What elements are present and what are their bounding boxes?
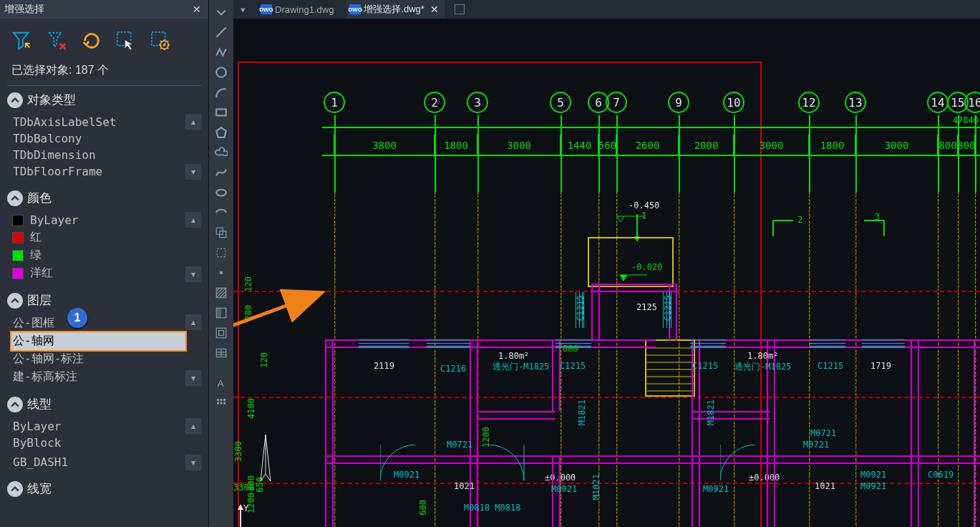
- cloud-icon[interactable]: [213, 145, 229, 160]
- list-item[interactable]: TDbAxisLabelSet: [11, 114, 185, 130]
- chevron-up-icon: [7, 481, 23, 497]
- region-icon[interactable]: [213, 325, 229, 341]
- svg-rect-15: [219, 331, 224, 336]
- svg-rect-9: [217, 248, 225, 256]
- svg-point-6: [216, 190, 226, 196]
- svg-rect-14: [216, 328, 226, 338]
- text-icon[interactable]: A: [213, 375, 229, 391]
- color-list[interactable]: ByLayer 红 绿 洋红: [11, 212, 185, 282]
- object-type-list[interactable]: TDbAxisLabelSet TDbBalcony TDbDimension …: [11, 114, 185, 180]
- list-item[interactable]: ByLayer: [11, 418, 185, 435]
- list-item[interactable]: 红: [11, 228, 185, 246]
- svg-text:Y: Y: [243, 503, 249, 513]
- list-item[interactable]: ByBlock: [11, 435, 185, 451]
- section-linetype-header[interactable]: 线型: [0, 390, 208, 418]
- dimension-label: 800: [938, 140, 956, 151]
- drawing-canvas[interactable]: 1238003180053000614407560926001020001230…: [233, 19, 980, 527]
- scroll-down-button[interactable]: ▾: [185, 164, 201, 180]
- line-icon[interactable]: [213, 24, 229, 40]
- list-item[interactable]: TDbDimension: [11, 147, 185, 163]
- gradient-icon[interactable]: [213, 305, 229, 321]
- section-layer-header[interactable]: 图层: [0, 286, 208, 314]
- color-swatch: [13, 269, 23, 279]
- layer-list[interactable]: 公-图框 公-轴网 公-轴网-标注 建-标高标注: [11, 314, 185, 386]
- list-item[interactable]: 洋红: [11, 264, 185, 282]
- linetype-list[interactable]: ByLayer ByBlock GB_DASH1: [11, 418, 185, 470]
- svg-point-18: [217, 399, 219, 401]
- axis-bubble: 9: [668, 92, 689, 113]
- ucs-icon: X Y: [233, 503, 283, 527]
- svg-point-4: [216, 67, 226, 77]
- scroll-down-button[interactable]: ▾: [185, 370, 201, 386]
- svg-point-20: [223, 399, 225, 401]
- insert-block-icon[interactable]: [213, 225, 229, 241]
- hatch-icon[interactable]: [213, 285, 229, 301]
- axis-line: [958, 115, 959, 194]
- make-block-icon[interactable]: [213, 245, 229, 261]
- refresh-button[interactable]: [79, 29, 105, 53]
- layer-item-selected[interactable]: 公-轴网: [11, 332, 185, 350]
- axis-line: [435, 115, 436, 194]
- scroll-up-button[interactable]: ▴: [185, 418, 201, 434]
- list-item[interactable]: TDbBalcony: [11, 130, 185, 147]
- tab-enhanced-select[interactable]: DWG 增强选择.dwg* ✕: [346, 0, 445, 19]
- scroll-up-button[interactable]: ▴: [185, 114, 201, 130]
- axis-bubble: 16: [964, 92, 980, 113]
- new-tab-button[interactable]: [455, 4, 465, 14]
- spline-icon[interactable]: [213, 165, 229, 180]
- rectangle-icon[interactable]: [213, 105, 229, 120]
- section-object-type-header[interactable]: 对象类型: [0, 86, 208, 114]
- color-swatch: [13, 233, 23, 243]
- scroll-down-button[interactable]: ▾: [185, 455, 201, 470]
- select-settings-button[interactable]: [147, 29, 173, 53]
- svg-point-21: [217, 402, 219, 404]
- selection-status: 已选择对象: 187 个: [0, 60, 208, 85]
- table-icon[interactable]: [213, 345, 229, 361]
- axis-line: [938, 115, 939, 194]
- select-cursor-button[interactable]: [113, 29, 139, 53]
- section-color-header[interactable]: 颜色: [0, 184, 208, 212]
- filter-cancel-button[interactable]: [44, 29, 70, 53]
- svg-rect-13: [216, 308, 221, 318]
- tab-drawing1[interactable]: DWG Drawing1.dwg: [258, 0, 336, 19]
- tab-menu-icon[interactable]: ▾: [238, 4, 248, 14]
- scroll-up-button[interactable]: ▴: [185, 212, 201, 228]
- color-swatch: [13, 216, 23, 226]
- panel-title: 增强选择: [4, 3, 44, 16]
- ellipse-arc-icon[interactable]: [213, 205, 229, 221]
- dwg-icon: DWG: [261, 4, 272, 14]
- filter-apply-button[interactable]: [10, 29, 36, 53]
- list-item[interactable]: GB_DASH1: [11, 454, 185, 470]
- chevron-up-icon: [7, 190, 23, 206]
- axis-line: [477, 115, 479, 194]
- tab-close-button[interactable]: ✕: [427, 4, 442, 15]
- axis-line: [734, 115, 735, 194]
- list-item[interactable]: ByLayer: [11, 212, 185, 228]
- axis-top-right: 47840: [953, 115, 979, 125]
- enhanced-selection-panel: 增强选择 ✕ 已选择对象: 187 个: [0, 0, 209, 527]
- tab-label: 增强选择.dwg*: [364, 3, 424, 16]
- axis-line: [561, 115, 562, 194]
- polygon-icon[interactable]: [213, 125, 229, 140]
- layer-item[interactable]: 公-图框: [11, 314, 185, 332]
- arc-icon[interactable]: [213, 84, 229, 100]
- svg-point-3: [163, 44, 166, 47]
- ellipse-icon[interactable]: [213, 185, 229, 200]
- axis-bubble: 5: [550, 92, 571, 113]
- scroll-up-button[interactable]: ▴: [185, 314, 201, 330]
- svg-point-10: [220, 271, 223, 275]
- dropdown-icon[interactable]: [213, 4, 229, 20]
- circle-icon[interactable]: [213, 64, 229, 80]
- tab-label: Drawing1.dwg: [275, 4, 334, 15]
- grip-icon[interactable]: [213, 395, 229, 411]
- list-item[interactable]: TDbFloorFrame: [11, 163, 185, 180]
- layer-item[interactable]: 公-轴网-标注: [11, 350, 185, 368]
- axis-bubble: 2: [424, 92, 445, 113]
- scroll-down-button[interactable]: ▾: [185, 266, 201, 282]
- point-icon[interactable]: [213, 265, 229, 281]
- polyline-icon[interactable]: [213, 44, 229, 60]
- list-item[interactable]: 绿: [11, 246, 185, 264]
- panel-close-button[interactable]: ✕: [190, 4, 204, 15]
- section-lineweight-header[interactable]: 线宽: [0, 475, 208, 503]
- layer-item[interactable]: 建-标高标注: [11, 368, 185, 386]
